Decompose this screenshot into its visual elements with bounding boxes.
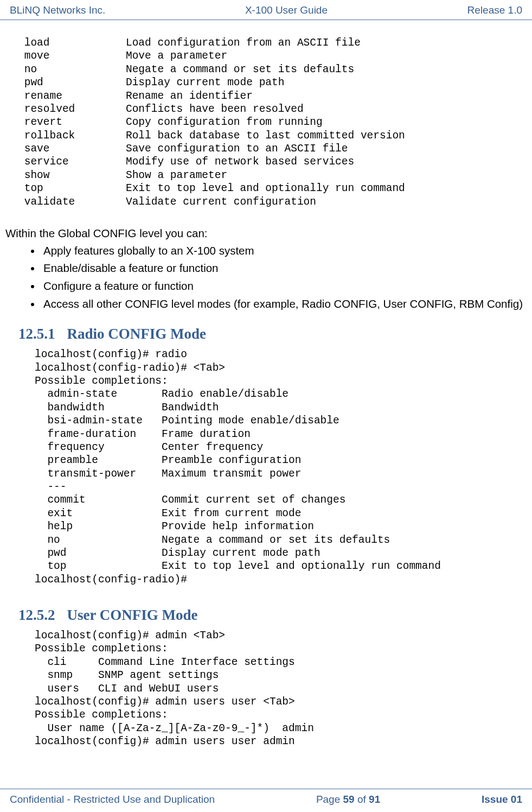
section-title: Radio CONFIG Mode [67, 326, 207, 342]
global-config-intro: Within the Global CONFIG level you can: [5, 226, 527, 241]
section-heading-user-config: 12.5.2User CONFIG Mode [18, 607, 527, 624]
section-title: User CONFIG Mode [67, 607, 198, 623]
section-number: 12.5.2 [18, 607, 55, 624]
header-left: BLiNQ Networks Inc. [10, 4, 105, 16]
footer-center: Page 59 of 91 [215, 794, 482, 805]
footer-page-total: 91 [369, 794, 380, 805]
page-footer: Confidential - Restricted Use and Duplic… [0, 789, 532, 805]
header-center: X-100 User Guide [105, 4, 467, 16]
section-number: 12.5.1 [18, 326, 55, 342]
footer-page-current: 59 [343, 794, 355, 805]
list-item: Configure a feature or function [41, 278, 527, 294]
footer-page-prefix: Page [316, 794, 343, 805]
page-content: load Load configuration from an ASCII fi… [0, 20, 532, 748]
user-config-block: localhost(config)# admin <Tab> Possible … [35, 629, 527, 748]
config-commands-block: load Load configuration from an ASCII fi… [18, 36, 527, 208]
global-config-list: Apply features globally to an X-100 syst… [5, 243, 527, 312]
radio-config-block: localhost(config)# radio localhost(confi… [35, 348, 527, 586]
header-right: Release 1.0 [467, 4, 522, 16]
list-item: Apply features globally to an X-100 syst… [41, 243, 527, 259]
page-header: BLiNQ Networks Inc. X-100 User Guide Rel… [0, 0, 532, 20]
footer-page-of: of [355, 794, 369, 805]
footer-left: Confidential - Restricted Use and Duplic… [10, 794, 215, 805]
section-heading-radio-config: 12.5.1Radio CONFIG Mode [18, 326, 527, 342]
footer-right: Issue 01 [482, 794, 522, 805]
list-item: Access all other CONFIG level modes (for… [41, 296, 527, 312]
list-item: Enable/disable a feature or function [41, 261, 527, 276]
